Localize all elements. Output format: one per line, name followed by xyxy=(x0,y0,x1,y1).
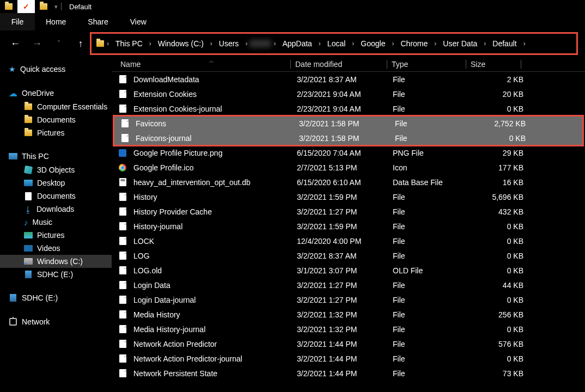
chevron-right-icon[interactable]: › xyxy=(316,40,323,47)
file-row[interactable]: LOG3/2/2021 8:37 AMFile0 KB xyxy=(112,248,585,263)
file-row[interactable]: Login Data-journal3/2/2021 1:27 PMFile0 … xyxy=(112,292,585,307)
file-row[interactable]: DownloadMetadata3/2/2021 8:37 AMFile2 KB xyxy=(112,72,585,87)
navigation-pane[interactable]: ★ Quick access ☁ OneDrive Computer Essen… xyxy=(0,57,112,392)
crumb-google[interactable]: Google xyxy=(356,34,389,53)
file-row[interactable]: Media History-journal3/2/2021 1:32 PMFil… xyxy=(112,322,585,336)
sidebar-item[interactable]: 3D Objects xyxy=(0,163,112,176)
file-row[interactable]: Media History3/2/2021 1:32 PMFile256 KB xyxy=(112,307,585,322)
sidebar-this-pc[interactable]: This PC xyxy=(0,149,112,163)
crumb-chrome[interactable]: Chrome xyxy=(396,34,432,53)
sidebar-item[interactable]: Pictures xyxy=(0,229,112,242)
chevron-right-icon[interactable]: › xyxy=(105,40,111,47)
sidebar-sdhc[interactable]: SDHC (E:) xyxy=(0,291,112,305)
quick-access-icon[interactable] xyxy=(0,0,17,13)
sidebar-item[interactable]: Videos xyxy=(0,242,112,255)
file-row[interactable]: Favicons-journal3/2/2021 1:58 PMFile0 KB xyxy=(114,131,583,145)
sidebar-network[interactable]: Network xyxy=(0,315,112,329)
sidebar-item-windows-c[interactable]: Windows (C:) xyxy=(0,255,112,268)
nav-back-button[interactable]: ← xyxy=(4,33,26,54)
file-type-icon xyxy=(118,266,127,275)
file-size: 29 KB xyxy=(471,149,523,157)
chevron-right-icon[interactable]: › xyxy=(350,40,356,47)
column-size[interactable]: Size xyxy=(466,60,521,69)
breadcrumb[interactable]: › This PC › Windows (C:) › Users › › App… xyxy=(92,34,576,53)
file-menu[interactable]: File xyxy=(0,13,35,30)
current-folder-icon[interactable] xyxy=(35,0,52,13)
chevron-right-icon[interactable]: › xyxy=(389,40,396,47)
sidebar-item[interactable]: Computer Essentials xyxy=(0,100,112,113)
file-date: 3/2/2021 1:27 PM xyxy=(297,296,393,304)
chevron-right-icon[interactable]: › xyxy=(208,40,215,47)
chevron-right-icon[interactable]: › xyxy=(482,40,488,47)
file-size: 16 KB xyxy=(471,178,523,187)
sidebar-label: OneDrive xyxy=(22,89,54,97)
file-row[interactable]: Extension Cookies2/23/2021 9:04 AMFile20… xyxy=(112,87,585,101)
crumb-this-pc[interactable]: This PC xyxy=(111,34,147,53)
tab-home[interactable]: Home xyxy=(35,13,77,30)
sidebar-quick-access[interactable]: ★ Quick access xyxy=(0,62,112,76)
crumb-username-redacted[interactable] xyxy=(249,40,271,47)
tab-share[interactable]: Share xyxy=(77,13,119,30)
desktop-icon xyxy=(24,179,33,187)
file-row[interactable]: History-journal3/2/2021 1:59 PMFile0 KB xyxy=(112,219,585,234)
file-row[interactable]: Network Action Predictor3/2/2021 1:44 PM… xyxy=(112,336,585,351)
column-name[interactable]: Name ︿ xyxy=(116,60,290,69)
file-date: 6/15/2020 7:04 AM xyxy=(297,149,393,157)
file-type: Icon xyxy=(393,163,471,172)
file-type: OLD File xyxy=(393,266,471,275)
crumb-local[interactable]: Local xyxy=(323,34,350,53)
sidebar-onedrive[interactable]: ☁ OneDrive xyxy=(0,86,112,100)
sidebar-item[interactable]: Pictures xyxy=(0,126,112,139)
app-icon[interactable]: ✓ xyxy=(17,0,35,13)
sidebar-item[interactable]: Documents xyxy=(0,113,112,126)
sidebar-item[interactable]: ⭳ Downloads xyxy=(0,203,112,216)
file-type: File xyxy=(393,193,471,201)
file-date: 3/2/2021 1:44 PM xyxy=(297,340,393,348)
file-name: DownloadMetadata xyxy=(133,75,297,84)
nav-forward-button[interactable]: → xyxy=(26,33,48,54)
sdhc-icon xyxy=(24,270,33,279)
star-icon: ★ xyxy=(9,65,16,74)
file-date: 3/2/2021 1:32 PM xyxy=(297,325,393,334)
file-rows[interactable]: DownloadMetadata3/2/2021 8:37 AMFile2 KB… xyxy=(112,72,585,392)
file-row[interactable]: heavy_ad_intervention_opt_out.db6/15/202… xyxy=(112,175,585,189)
sidebar-item[interactable]: ♪ Music xyxy=(0,216,112,229)
file-row[interactable]: LOCK12/4/2020 4:00 PMFile0 KB xyxy=(112,234,585,248)
file-size: 5,696 KB xyxy=(471,193,523,201)
file-date: 3/2/2021 8:37 AM xyxy=(297,75,393,84)
chevron-right-icon[interactable]: › xyxy=(271,40,278,47)
sidebar-item[interactable]: SDHC (E:) xyxy=(0,268,112,281)
file-row[interactable]: Extension Cookies-journal2/23/2021 9:04 … xyxy=(112,101,585,116)
column-type[interactable]: Type xyxy=(387,60,466,69)
file-row[interactable]: Network Persistent State3/2/2021 1:44 PM… xyxy=(112,366,585,381)
file-row[interactable]: Favicons3/2/2021 1:58 PMFile2,752 KB xyxy=(114,116,583,131)
file-row[interactable]: Network Action Predictor-journal3/2/2021… xyxy=(112,351,585,366)
file-row[interactable]: Google Profile.ico2/7/2021 5:13 PMIcon17… xyxy=(112,160,585,175)
chevron-right-icon[interactable]: › xyxy=(521,40,528,47)
crumb-windows-c[interactable]: Windows (C:) xyxy=(154,34,208,53)
chevron-right-icon[interactable]: › xyxy=(432,40,438,47)
crumb-appdata[interactable]: AppData xyxy=(278,34,316,53)
file-row[interactable]: History3/2/2021 1:59 PMFile5,696 KB xyxy=(112,189,585,204)
sidebar-item[interactable]: Documents xyxy=(0,189,112,203)
file-date: 3/1/2021 3:07 PM xyxy=(297,266,393,275)
file-row[interactable]: Login Data3/2/2021 1:27 PMFile44 KB xyxy=(112,278,585,292)
file-row[interactable]: Google Profile Picture.png6/15/2020 7:04… xyxy=(112,145,585,160)
crumb-default[interactable]: Default xyxy=(488,34,521,53)
crumb-user-data[interactable]: User Data xyxy=(438,34,482,53)
objects-icon xyxy=(24,166,33,174)
chevron-right-icon[interactable]: › xyxy=(147,40,154,47)
nav-up-button[interactable]: ↑ xyxy=(70,33,92,54)
file-type-icon xyxy=(118,178,127,187)
chevron-right-icon[interactable]: › xyxy=(243,40,249,47)
nav-recent-button[interactable]: ˅ xyxy=(48,33,70,54)
column-date[interactable]: Date modified xyxy=(291,60,387,69)
crumb-users[interactable]: Users xyxy=(215,34,243,53)
tab-view[interactable]: View xyxy=(119,13,157,30)
sidebar-label: Documents xyxy=(37,115,76,124)
file-row[interactable]: LOG.old3/1/2021 3:07 PMOLD File0 KB xyxy=(112,263,585,278)
sidebar-item[interactable]: Desktop xyxy=(0,176,112,189)
file-date: 2/7/2021 5:13 PM xyxy=(297,163,393,172)
file-type: File xyxy=(393,310,471,319)
file-row[interactable]: History Provider Cache3/2/2021 1:27 PMFi… xyxy=(112,204,585,219)
